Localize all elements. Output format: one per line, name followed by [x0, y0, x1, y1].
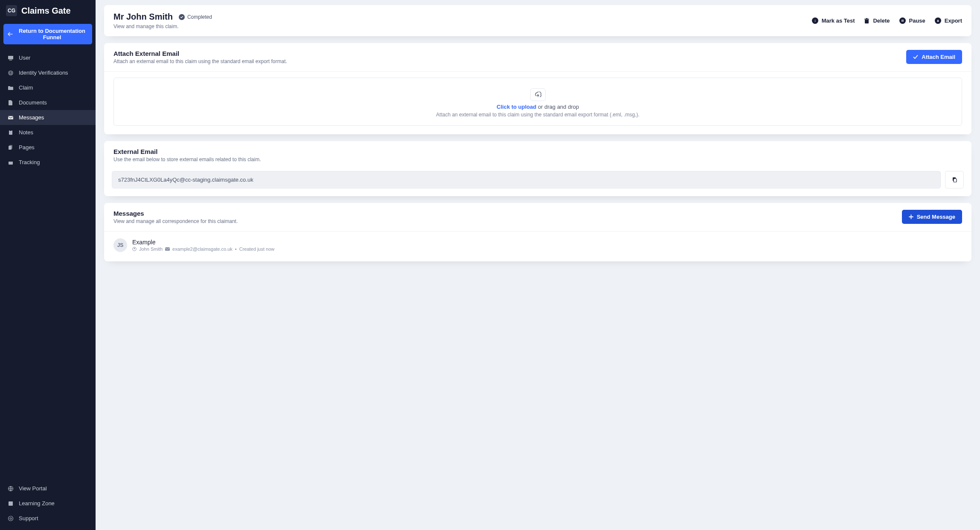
button-label: Attach Email [922, 54, 955, 60]
sidebar-item-label: Messages [19, 114, 44, 121]
svg-rect-18 [815, 20, 815, 22]
dropzone-subtext: Attach an external email to this claim u… [118, 112, 957, 118]
svg-rect-1 [9, 60, 12, 61]
sidebar-item-pages[interactable]: Pages [0, 140, 96, 155]
message-row[interactable]: JS Example John Smith example2@claimsgat… [113, 238, 962, 252]
sidebar-item-label: Identity Verifications [19, 70, 68, 76]
sidebar-item-claim[interactable]: Claim [0, 80, 96, 95]
sidebar-item-documents[interactable]: Documents [0, 95, 96, 110]
download-icon [935, 17, 941, 24]
sidebar-item-label: Learning Zone [19, 500, 55, 507]
svg-rect-13 [9, 503, 12, 503]
user-circle-icon [132, 247, 137, 251]
info-icon [812, 17, 818, 24]
lifebuoy-icon [8, 516, 14, 521]
sidebar-nav-bottom: View Portal Learning Zone Support [0, 481, 96, 530]
arrow-left-icon [8, 32, 13, 36]
status-badge: Completed [179, 14, 212, 20]
sidebar-item-support[interactable]: Support [0, 511, 96, 526]
mail-icon [165, 247, 170, 251]
copy-icon [951, 177, 957, 183]
header-actions: Mark as Test Delete Pause Export [812, 17, 962, 24]
upload-rest: or drag and drop [536, 104, 579, 110]
sidebar-item-label: Pages [19, 144, 35, 151]
envelope-icon [8, 115, 14, 121]
svg-rect-10 [9, 161, 13, 162]
avatar: JS [113, 238, 127, 252]
svg-rect-6 [10, 130, 12, 131]
claim-header-card: Mr John Smith Completed View and manage … [104, 5, 971, 36]
section-subtitle: Attach an external email to this claim u… [113, 58, 906, 64]
pause-button[interactable]: Pause [899, 17, 925, 24]
svg-point-3 [10, 72, 12, 74]
section-title: External Email [113, 148, 962, 155]
message-time: Created just now [239, 246, 275, 252]
message-title: Example [132, 239, 274, 246]
svg-rect-19 [865, 20, 869, 23]
sidebar-item-messages[interactable]: Messages [0, 110, 96, 125]
return-button[interactable]: Return to Documentation Funnel [3, 24, 92, 44]
svg-rect-22 [901, 20, 902, 22]
mark-as-test-button[interactable]: Mark as Test [812, 17, 855, 24]
svg-rect-14 [9, 504, 12, 504]
external-email-field[interactable] [112, 171, 941, 188]
upload-link[interactable]: Click to upload [497, 104, 536, 110]
trash-icon [864, 18, 869, 24]
svg-rect-8 [9, 145, 12, 149]
button-label: Send Message [917, 214, 955, 220]
sidebar-item-label: Notes [19, 129, 33, 136]
svg-point-15 [9, 516, 13, 521]
action-label: Delete [873, 17, 890, 24]
sidebar-item-tracking[interactable]: Tracking [0, 155, 96, 170]
user-icon [8, 55, 14, 61]
page-title: Mr John Smith [113, 12, 173, 22]
sidebar: CG Claims Gate Return to Documentation F… [0, 0, 96, 530]
section-subtitle: View and manage all correspondence for t… [113, 218, 902, 224]
brand: CG Claims Gate [0, 0, 96, 22]
calendar-icon [8, 159, 14, 165]
section-title: Messages [113, 210, 902, 217]
svg-point-27 [134, 248, 135, 249]
brand-logo: CG [6, 5, 17, 16]
svg-rect-28 [165, 247, 170, 251]
sidebar-item-label: User [19, 55, 30, 61]
sidebar-item-label: View Portal [19, 485, 47, 492]
svg-rect-17 [815, 20, 815, 20]
file-dropzone[interactable]: Click to upload or drag and drop Attach … [113, 78, 962, 126]
check-icon [913, 55, 918, 59]
sidebar-item-learning[interactable]: Learning Zone [0, 496, 96, 511]
sidebar-item-identity[interactable]: Identity Verifications [0, 65, 96, 80]
main-content: Mr John Smith Completed View and manage … [96, 0, 980, 530]
message-meta: John Smith example2@claimsgate.co.uk • C… [132, 246, 274, 252]
sidebar-item-label: Claim [19, 84, 33, 91]
section-title: Attach External Email [113, 50, 906, 57]
message-email: example2@claimsgate.co.uk [172, 246, 233, 252]
fingerprint-icon [8, 70, 14, 76]
external-email-card: External Email Use the email below to st… [104, 141, 971, 196]
send-message-button[interactable]: Send Message [902, 210, 962, 224]
delete-button[interactable]: Delete [864, 17, 890, 24]
export-button[interactable]: Export [935, 17, 962, 24]
sidebar-item-notes[interactable]: Notes [0, 125, 96, 140]
status-label: Completed [187, 14, 212, 20]
action-label: Mark as Test [822, 17, 855, 24]
sidebar-item-label: Support [19, 515, 38, 521]
attach-email-button[interactable]: Attach Email [906, 50, 962, 64]
action-label: Export [945, 17, 962, 24]
svg-rect-5 [9, 130, 12, 135]
plus-icon [909, 214, 913, 219]
messages-card: Messages View and manage all corresponde… [104, 203, 971, 261]
document-icon [8, 100, 14, 106]
folder-icon [8, 85, 14, 91]
separator: • [235, 246, 237, 252]
section-subtitle: Use the email below to store external em… [113, 156, 962, 162]
sidebar-item-user[interactable]: User [0, 50, 96, 65]
sidebar-item-view-portal[interactable]: View Portal [0, 481, 96, 496]
message-author: John Smith [139, 246, 163, 252]
copy-button[interactable] [945, 171, 964, 188]
pause-icon [899, 17, 906, 24]
sidebar-item-label: Tracking [19, 159, 40, 165]
svg-rect-20 [864, 19, 869, 20]
brand-name: Claims Gate [21, 6, 71, 16]
check-circle-icon [179, 14, 185, 20]
